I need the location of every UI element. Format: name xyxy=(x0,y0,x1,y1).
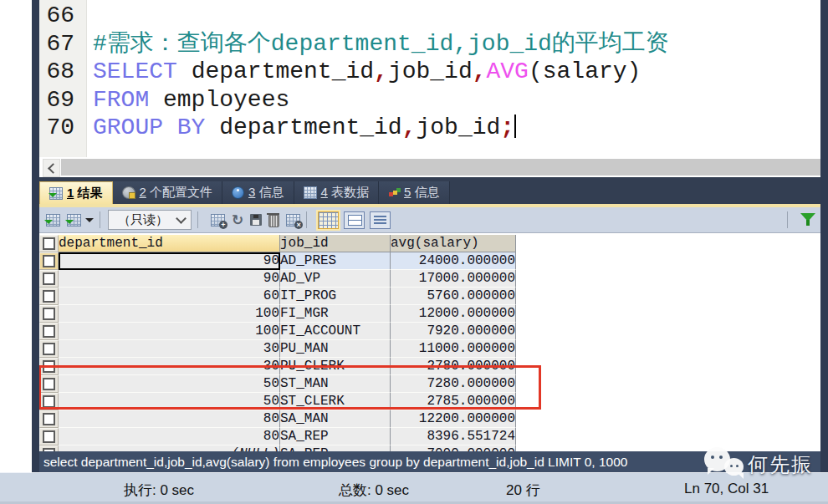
row-checkbox[interactable] xyxy=(43,255,55,267)
table-row[interactable]: 50ST_CLERK2785.000000 xyxy=(39,393,516,410)
row-checkbox[interactable] xyxy=(43,272,55,285)
cell-avg[interactable]: 8396.551724 xyxy=(391,428,516,445)
row-checkbox[interactable] xyxy=(43,430,55,443)
cell-department-id[interactable]: 50 xyxy=(59,375,280,393)
tab-messages[interactable]: 3 信息 xyxy=(222,181,294,204)
cell-department-id[interactable]: 60 xyxy=(59,288,280,305)
row-checkbox[interactable] xyxy=(43,325,55,338)
filter-icon[interactable] xyxy=(800,213,815,227)
cell-department-id[interactable]: 100 xyxy=(59,305,280,323)
row-selector-cell[interactable] xyxy=(39,428,59,445)
editor-hscrollbar[interactable] xyxy=(39,158,820,177)
export-table-icon[interactable] xyxy=(46,214,60,227)
table-row[interactable]: 90AD_VP17000.000000 xyxy=(39,270,516,288)
table-row[interactable]: 80SA_MAN12200.000000 xyxy=(39,410,516,428)
select-all-checkbox[interactable] xyxy=(43,237,55,250)
cell-avg[interactable]: 5760.000000 xyxy=(391,288,516,305)
import-table-icon[interactable] xyxy=(67,214,81,227)
column-header-job-id[interactable]: job_id xyxy=(280,235,391,252)
row-selector-cell[interactable] xyxy=(39,445,59,451)
cell-avg[interactable]: 11000.000000 xyxy=(391,340,516,358)
row-checkbox[interactable] xyxy=(43,308,55,320)
save-changes-button[interactable] xyxy=(250,214,262,226)
cell-job-id[interactable]: AD_VP xyxy=(280,270,391,288)
table-row[interactable]: (NULL)SA_REP7000.000000 xyxy=(39,445,516,451)
scrollbar-track[interactable] xyxy=(61,159,820,176)
cell-job-id[interactable]: FI_MGR xyxy=(280,305,391,323)
row-selector-cell[interactable] xyxy=(39,358,59,375)
cell-job-id[interactable]: PU_CLERK xyxy=(280,358,391,375)
line-text[interactable]: GROUP BY department_id,job_id; xyxy=(86,114,516,142)
cell-avg[interactable]: 12200.000000 xyxy=(391,410,516,428)
grid-view-button[interactable] xyxy=(318,211,339,229)
row-checkbox[interactable] xyxy=(43,343,55,355)
row-selector-cell[interactable] xyxy=(39,340,59,358)
cell-avg[interactable]: 24000.000000 xyxy=(391,252,516,270)
column-header-department-id[interactable]: department_id xyxy=(59,235,280,252)
cell-job-id[interactable]: SA_REP xyxy=(280,428,391,445)
cell-job-id[interactable]: ST_MAN xyxy=(280,375,391,393)
line-text[interactable] xyxy=(86,2,93,30)
cell-job-id[interactable]: SA_REP xyxy=(280,445,391,451)
cell-job-id[interactable]: AD_PRES xyxy=(280,252,391,270)
tab-profiler[interactable]: 2 个配置文件 xyxy=(113,181,223,204)
table-row[interactable]: 30PU_MAN11000.000000 xyxy=(39,340,516,358)
table-row[interactable]: 80SA_REP8396.551724 xyxy=(39,428,516,445)
line-text[interactable]: SELECT department_id,job_id,AVG(salary) xyxy=(86,58,641,86)
table-row[interactable]: 50ST_MAN7280.000000 xyxy=(39,375,516,393)
cell-department-id[interactable]: 80 xyxy=(59,410,280,428)
tab-table-data[interactable]: 4 表数据 xyxy=(294,181,380,204)
cell-avg[interactable]: 2785.000000 xyxy=(391,393,516,410)
cell-department-id[interactable]: 80 xyxy=(59,428,280,445)
cell-job-id[interactable]: IT_PROG xyxy=(280,288,391,305)
row-checkbox[interactable] xyxy=(43,378,55,390)
cell-department-id[interactable]: 100 xyxy=(59,323,280,340)
cell-department-id[interactable]: 90 xyxy=(59,252,280,270)
table-row[interactable]: 30PU_CLERK2780.000000 xyxy=(39,358,516,375)
row-selector-cell[interactable] xyxy=(39,252,59,270)
refresh-button[interactable]: ↻ xyxy=(232,213,243,227)
row-selector-cell[interactable] xyxy=(39,305,59,323)
scroll-left-button[interactable] xyxy=(43,159,60,177)
table-row[interactable]: 100FI_ACCOUNT7920.000000 xyxy=(39,323,516,340)
column-header-avg-salary[interactable]: avg(salary) xyxy=(391,235,516,252)
cell-department-id[interactable]: 30 xyxy=(59,340,280,358)
cell-avg[interactable]: 7000.000000 xyxy=(391,445,516,451)
row-selector-cell[interactable] xyxy=(39,323,59,340)
row-selector-cell[interactable] xyxy=(39,410,59,428)
cell-job-id[interactable]: SA_MAN xyxy=(280,410,391,428)
table-row[interactable]: 90AD_PRES24000.000000 xyxy=(39,252,516,270)
text-view-button[interactable] xyxy=(370,211,391,229)
cell-job-id[interactable]: FI_ACCOUNT xyxy=(280,323,391,340)
cell-job-id[interactable]: PU_MAN xyxy=(280,340,391,358)
cell-department-id[interactable]: 50 xyxy=(59,393,280,410)
add-row-button[interactable] xyxy=(211,214,225,227)
sql-editor[interactable]: 6667#需求：查询各个department_id,job_id的平均工资68S… xyxy=(39,0,820,157)
cell-avg[interactable]: 7280.000000 xyxy=(391,375,516,393)
cell-avg[interactable]: 2780.000000 xyxy=(391,358,516,375)
row-checkbox[interactable] xyxy=(43,360,55,373)
delete-button[interactable] xyxy=(268,215,279,227)
row-checkbox[interactable] xyxy=(43,413,55,425)
row-selector-cell[interactable] xyxy=(39,393,59,410)
row-checkbox[interactable] xyxy=(43,395,55,408)
delete-row-button[interactable] xyxy=(286,214,300,227)
tab-info[interactable]: 5 信息 xyxy=(379,181,450,204)
table-row[interactable]: 100FI_MGR12000.000000 xyxy=(39,305,516,323)
row-selector-cell[interactable] xyxy=(39,288,59,305)
row-selector-cell[interactable] xyxy=(39,375,59,393)
cell-avg[interactable]: 12000.000000 xyxy=(391,305,516,323)
readonly-mode-dropdown[interactable]: （只读） xyxy=(108,210,192,230)
form-view-button[interactable] xyxy=(344,211,365,229)
row-checkbox[interactable] xyxy=(43,290,55,303)
cell-job-id[interactable]: ST_CLERK xyxy=(280,393,391,410)
cell-department-id[interactable]: 90 xyxy=(59,270,280,288)
select-all-cell[interactable] xyxy=(39,235,59,252)
dropdown-caret-icon[interactable] xyxy=(85,218,94,227)
line-text[interactable]: #需求：查询各个department_id,job_id的平均工资 xyxy=(86,30,669,59)
cell-department-id[interactable]: (NULL) xyxy=(59,445,280,451)
line-text[interactable]: FROM employees xyxy=(86,86,289,115)
tab-results[interactable]: 1 结果 xyxy=(39,181,113,204)
table-row[interactable]: 60IT_PROG5760.000000 xyxy=(39,288,516,305)
cell-department-id[interactable]: 30 xyxy=(59,358,280,375)
